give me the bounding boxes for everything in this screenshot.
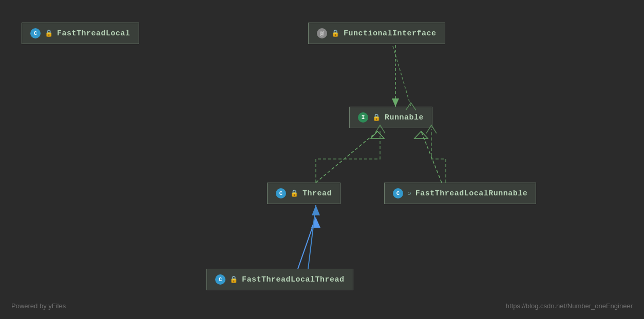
svg-marker-7 bbox=[311, 217, 320, 228]
svg-marker-5 bbox=[414, 131, 428, 138]
svg-line-6 bbox=[298, 217, 316, 269]
watermark-left: Powered by yFiles bbox=[11, 302, 66, 310]
lock-icon-functionalinterface: 🔒 bbox=[331, 29, 339, 37]
node-thread[interactable]: C 🔒 Thread bbox=[267, 183, 340, 204]
svg-line-2 bbox=[316, 131, 377, 183]
node-fast-thread-local-runnable[interactable]: C ○ FastThreadLocalRunnable bbox=[384, 183, 536, 204]
svg-marker-10 bbox=[312, 205, 320, 215]
label-fastthreadlocal: FastThreadLocal bbox=[57, 29, 130, 38]
label-thread: Thread bbox=[302, 189, 332, 198]
svg-marker-3 bbox=[371, 131, 384, 138]
svg-line-4 bbox=[421, 131, 442, 183]
label-fastthreadlocalrunnable: FastThreadLocalRunnable bbox=[415, 189, 528, 198]
node-functional-interface[interactable]: @ 🔒 FunctionalInterface bbox=[308, 23, 445, 44]
svg-marker-1 bbox=[392, 98, 399, 107]
badge-c-thread: C bbox=[276, 188, 286, 198]
lock-icon-fastthreadlocal: 🔒 bbox=[45, 29, 53, 37]
badge-c-fastthreadlocal: C bbox=[30, 28, 41, 38]
lock-icon-thread: 🔒 bbox=[290, 189, 298, 197]
svg-line-8 bbox=[393, 46, 411, 107]
circle-icon-fastthreadlocalrunnable: ○ bbox=[407, 190, 411, 197]
badge-c-fastthreadlocalrunnable: C bbox=[393, 188, 403, 198]
label-runnable: Runnable bbox=[385, 113, 424, 122]
svg-line-9 bbox=[308, 205, 316, 269]
node-fast-thread-local[interactable]: C 🔒 FastThreadLocal bbox=[22, 23, 139, 44]
diagram-container: C 🔒 FastThreadLocal @ 🔒 FunctionalInterf… bbox=[0, 0, 644, 319]
watermark-right: https://blog.csdn.net/Number_oneEngineer bbox=[506, 302, 633, 310]
label-fastthreadlocalthread: FastThreadLocalThread bbox=[242, 275, 345, 284]
badge-c-fastthreadlocalthread: C bbox=[215, 274, 225, 285]
badge-at-functionalinterface: @ bbox=[317, 28, 327, 38]
badge-i-runnable: I bbox=[358, 112, 368, 123]
label-functionalinterface: FunctionalInterface bbox=[344, 29, 437, 38]
node-runnable[interactable]: I 🔒 Runnable bbox=[349, 107, 432, 128]
lock-icon-fastthreadlocalthread: 🔒 bbox=[230, 275, 238, 284]
lock-icon-runnable: 🔒 bbox=[372, 113, 381, 122]
node-fast-thread-local-thread[interactable]: C 🔒 FastThreadLocalThread bbox=[206, 269, 353, 290]
